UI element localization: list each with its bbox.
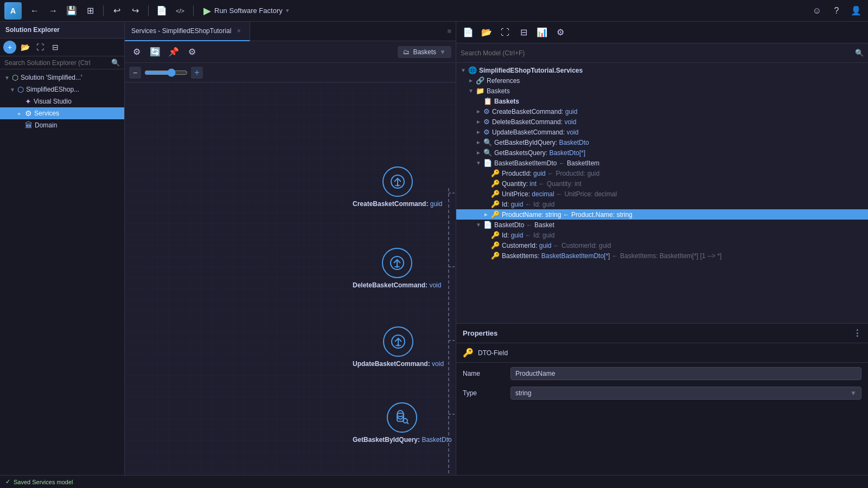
mt-references[interactable]: ► 🔗 References	[456, 75, 868, 86]
doc-button[interactable]: 📄	[154, 3, 169, 18]
se-search-input[interactable]	[4, 59, 108, 67]
mt-customerid[interactable]: ► 🔑 CustomerId: guid ← CustomerId: guid	[456, 240, 868, 251]
properties-type-label: DTO-Field	[478, 349, 508, 357]
properties-menu-button[interactable]: ⋮	[853, 328, 861, 338]
code-button[interactable]: </>	[173, 3, 188, 18]
zoom-out-button[interactable]: −	[129, 67, 141, 79]
mt-basketdto-id[interactable]: ► 🔑 Id: guid ← Id: guid	[456, 230, 868, 240]
diagram-settings-btn[interactable]: ⚙	[129, 44, 144, 60]
mt-unitprice[interactable]: ► 🔑 UnitPrice: decimal ← UnitPrice: deci…	[456, 189, 868, 199]
prop-name-row: Name	[463, 367, 861, 380]
mt-productid-label: ProductId: guid ← ProductId: guid	[502, 170, 864, 177]
tree-solution[interactable]: ▼ ⬡ Solution 'Simplified...'	[0, 72, 124, 84]
basketdto-icon: 📄	[483, 221, 492, 229]
model-btn-expand[interactable]: ⛶	[497, 25, 513, 40]
project-icon: ⬡	[17, 85, 24, 94]
mt-create-basket-cmd[interactable]: ► ⚙ CreateBasketCommand: guid	[456, 106, 868, 117]
diagram-toolbar: ⚙ 🔄 📌 ⚙ 🗂 Baskets ▼	[125, 41, 456, 63]
solution-explorer-header: Solution Explorer	[0, 22, 124, 38]
mt-basketitems[interactable]: ► 🔑 BasketItems: BasketBasketItemDto[*] …	[456, 251, 868, 261]
back-button[interactable]: ←	[27, 3, 42, 18]
delete-command-icon	[382, 248, 412, 278]
mt-id-item-label: Id: guid ← Id: guid	[502, 201, 864, 208]
node-create-basket-command[interactable]: CreateBasketCommand: guid	[353, 166, 442, 208]
getbaskets-type: BasketDto[*]	[549, 149, 585, 157]
baskets-dropdown[interactable]: 🗂 Baskets ▼	[398, 46, 451, 58]
node-update-basket-command[interactable]: UpdateBasketCommand: void	[353, 326, 444, 368]
mt-unitprice-label: UnitPrice: decimal ← UnitPrice: decimal	[502, 190, 864, 198]
mt-baskets[interactable]: ► 📋 Baskets	[456, 96, 868, 106]
properties-panel: Properties ⋮ 🔑 DTO-Field Name Type strin…	[456, 323, 868, 475]
mt-id-item[interactable]: ► 🔑 Id: guid ← Id: guid	[456, 199, 868, 209]
emoji-button[interactable]: ☺	[809, 3, 825, 18]
arrow-icon: ►	[476, 98, 481, 104]
tree-visual-studio[interactable]: ► ✦ Visual Studio	[0, 95, 124, 107]
tab-close-button[interactable]: ×	[234, 27, 243, 35]
create-command-icon	[382, 166, 413, 197]
run-software-factory-button[interactable]: ▶ Run Software Factory ▾	[199, 3, 293, 19]
tree-services[interactable]: ● ⚙ Services	[0, 107, 124, 119]
zoom-slider[interactable]	[144, 68, 188, 77]
help-button[interactable]: ?	[829, 3, 844, 18]
update-type: void	[566, 129, 578, 136]
expand-all-button[interactable]: ⛶	[34, 41, 47, 54]
mt-quantity-label: Quantity: int ← Quantity: int	[502, 180, 864, 188]
diagram-gear-btn[interactable]: ⚙	[184, 44, 200, 60]
add-item-button[interactable]: +	[3, 41, 16, 54]
user-button[interactable]: 👤	[848, 3, 864, 18]
forward-button[interactable]: →	[46, 3, 61, 18]
zoom-in-button[interactable]: +	[191, 67, 203, 79]
undo-button[interactable]: ↩	[109, 3, 124, 18]
copy-button[interactable]: ⊞	[82, 3, 98, 18]
mt-basketdto[interactable]: ▼ 📄 BasketDto ← Basket	[456, 220, 868, 230]
mt-delete-basket-cmd[interactable]: ► ⚙ DeleteBasketCommand: void	[456, 117, 868, 127]
node-get-basket-byid-query[interactable]: GetBasketByIdQuery: BasketDto	[353, 402, 452, 444]
mt-getbaskets-query[interactable]: ► 🔍 GetBasketsQuery: BasketDto[*]	[456, 147, 868, 158]
diagram-refresh-btn[interactable]: 🔄	[148, 44, 163, 60]
node-delete-basket-command[interactable]: DeleteBasketCommand: void	[353, 248, 441, 289]
solution-explorer: Solution Explorer + 📂 ⛶ ⊟ 🔍 ▼ ⬡ Solution…	[0, 22, 125, 475]
baskets-table-icon: 📋	[483, 97, 492, 105]
globe-icon: 🌐	[468, 66, 477, 74]
mt-baskets-label: Baskets	[494, 98, 864, 105]
dropdown-arrow-icon: ▾	[286, 7, 289, 14]
mt-productid[interactable]: ► 🔑 ProductId: guid ← ProductId: guid	[456, 168, 868, 178]
arrow-icon: ►	[476, 150, 481, 156]
redo-button[interactable]: ↪	[127, 3, 143, 18]
diagram-canvas[interactable]: CreateBasketCommand: guid D	[125, 82, 456, 475]
properties-body: Name Type string ▼	[456, 363, 868, 475]
delete-command-label: DeleteBasketCommand: void	[353, 281, 441, 289]
model-btn-collapse[interactable]: ⊟	[516, 25, 531, 40]
tree-domain[interactable]: ► 🏛 Domain	[0, 119, 124, 131]
arrow-icon: ►	[483, 181, 489, 187]
model-btn-folder[interactable]: 📂	[479, 25, 494, 40]
delete-cmd-icon: ⚙	[483, 118, 490, 126]
arrow-icon: ▼	[461, 67, 466, 73]
open-folder-button[interactable]: 📂	[18, 41, 31, 54]
update-command-icon	[383, 326, 413, 357]
model-btn-doc[interactable]: 📄	[461, 25, 476, 40]
collapse-all-button[interactable]: ⊟	[49, 41, 62, 54]
diagram-pin-btn[interactable]: 📌	[166, 44, 181, 60]
prop-name-input[interactable]	[510, 367, 861, 380]
mt-quantity[interactable]: ► 🔑 Quantity: int ← Quantity: int	[456, 178, 868, 189]
model-search-input[interactable]	[461, 49, 852, 57]
model-btn-settings[interactable]: ⚙	[553, 25, 568, 40]
arrow-icon: ▼	[476, 160, 481, 166]
mt-baskets-folder[interactable]: ▼ 📁 Baskets	[456, 86, 868, 96]
mt-root[interactable]: ▼ 🌐 SimplifiedEShopTutorial.Services	[456, 65, 868, 75]
tree-simplifiedeshop[interactable]: ▼ ⬡ SimplifiedEShop...	[0, 84, 124, 95]
prop-type-select[interactable]: string ▼	[510, 387, 861, 400]
mt-update-basket-cmd[interactable]: ► ⚙ UpdateBasketCommand: void	[456, 127, 868, 137]
model-btn-chart[interactable]: 📊	[534, 25, 550, 40]
services-tab[interactable]: Services - SimplifiedEShopTutorial ×	[125, 22, 250, 41]
search-icon: 🔍	[111, 59, 120, 67]
properties-header: Properties ⋮	[456, 324, 868, 343]
mt-productname[interactable]: ► 🔑 ProductName: string ← Product.Name: …	[456, 209, 868, 220]
save-button[interactable]: 💾	[64, 3, 79, 18]
tab-bar: Services - SimplifiedEShopTutorial × ≡	[125, 22, 456, 41]
tab-expander-button[interactable]: ≡	[443, 27, 456, 35]
mt-getbyid-query[interactable]: ► 🔍 GetBasketByIdQuery: BasketDto	[456, 137, 868, 147]
vs-icon: ✦	[25, 97, 31, 106]
mt-basketbasketitemdto[interactable]: ▼ 📄 BasketBasketItemDto ← BasketItem	[456, 158, 868, 168]
